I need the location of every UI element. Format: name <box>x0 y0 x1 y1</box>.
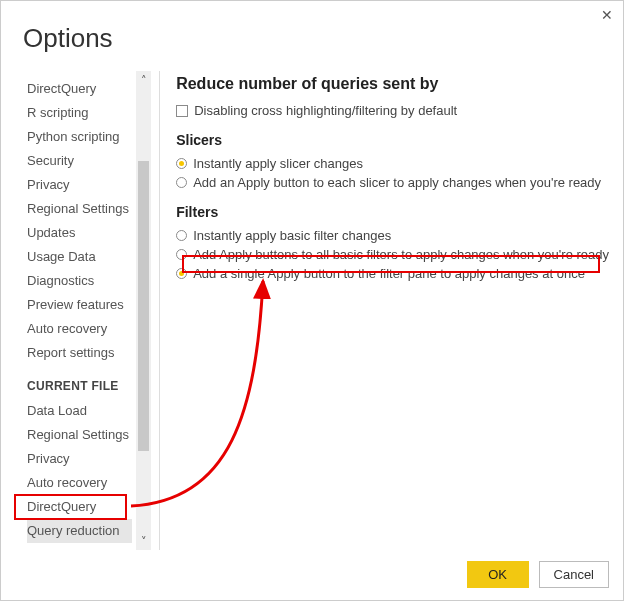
sidebar-item-r-scripting[interactable]: R scripting <box>27 101 132 125</box>
sidebar-item-auto-recovery[interactable]: Auto recovery <box>27 317 132 341</box>
sidebar-item-cf-auto-recovery[interactable]: Auto recovery <box>27 471 132 495</box>
options-dialog: ✕ Options DirectQuery R scripting Python… <box>0 0 624 601</box>
radio-slicer-instant[interactable]: Instantly apply slicer changes <box>176 154 609 173</box>
checkbox-icon <box>176 105 188 117</box>
radio-filter-single-apply[interactable]: Add a single Apply button to the filter … <box>176 264 609 283</box>
cancel-button[interactable]: Cancel <box>539 561 609 588</box>
radio-slicer-apply-button[interactable]: Add an Apply button to each slicer to ap… <box>176 173 609 192</box>
sidebar-item-report-settings[interactable]: Report settings <box>27 341 132 365</box>
sidebar-item-privacy[interactable]: Privacy <box>27 173 132 197</box>
sidebar-scrollbar[interactable]: ˄ ˅ <box>136 71 151 550</box>
slicers-heading: Slicers <box>176 132 609 148</box>
sidebar-item-security[interactable]: Security <box>27 149 132 173</box>
ok-button[interactable]: OK <box>467 561 529 588</box>
radio-icon <box>176 268 187 279</box>
scroll-thumb[interactable] <box>138 161 149 451</box>
radio-label: Add Apply buttons to all basic filters t… <box>193 247 609 262</box>
sidebar-item-updates[interactable]: Updates <box>27 221 132 245</box>
radio-label: Add a single Apply button to the filter … <box>193 266 585 281</box>
close-icon[interactable]: ✕ <box>601 7 613 23</box>
sidebar-item-regional-settings[interactable]: Regional Settings <box>27 197 132 221</box>
sidebar-item-diagnostics[interactable]: Diagnostics <box>27 269 132 293</box>
radio-label: Instantly apply basic filter changes <box>193 228 391 243</box>
sidebar-item-cf-query-reduction[interactable]: Query reduction <box>27 519 132 543</box>
sidebar-item-preview-features[interactable]: Preview features <box>27 293 132 317</box>
scroll-up-icon[interactable]: ˄ <box>136 73 151 87</box>
sidebar-item-directquery[interactable]: DirectQuery <box>27 77 132 101</box>
sidebar: DirectQuery R scripting Python scripting… <box>9 71 151 550</box>
dialog-buttons: OK Cancel <box>467 561 609 588</box>
scroll-down-icon[interactable]: ˅ <box>136 534 151 548</box>
sidebar-item-cf-regional-settings[interactable]: Regional Settings <box>27 423 132 447</box>
sidebar-list: DirectQuery R scripting Python scripting… <box>9 71 136 550</box>
vertical-divider <box>159 71 160 550</box>
filters-heading: Filters <box>176 204 609 220</box>
dialog-title: Options <box>23 23 113 54</box>
dialog-body: DirectQuery R scripting Python scripting… <box>9 71 615 550</box>
radio-label: Add an Apply button to each slicer to ap… <box>193 175 601 190</box>
radio-icon <box>176 230 187 241</box>
radio-icon <box>176 158 187 169</box>
sidebar-item-python-scripting[interactable]: Python scripting <box>27 125 132 149</box>
radio-label: Instantly apply slicer changes <box>193 156 363 171</box>
sidebar-item-cf-data-load[interactable]: Data Load <box>27 399 132 423</box>
sidebar-section-current-file: CURRENT FILE <box>27 365 132 399</box>
checkbox-label: Disabling cross highlighting/filtering b… <box>194 103 457 118</box>
checkbox-disable-cross[interactable]: Disabling cross highlighting/filtering b… <box>176 101 609 120</box>
radio-filter-apply-each[interactable]: Add Apply buttons to all basic filters t… <box>176 245 609 264</box>
main-heading: Reduce number of queries sent by <box>176 75 609 93</box>
sidebar-item-cf-report-settings[interactable]: Report settings <box>27 543 132 550</box>
sidebar-item-cf-directquery[interactable]: DirectQuery <box>27 495 132 519</box>
sidebar-item-usage-data[interactable]: Usage Data <box>27 245 132 269</box>
sidebar-item-cf-privacy[interactable]: Privacy <box>27 447 132 471</box>
radio-filter-instant[interactable]: Instantly apply basic filter changes <box>176 226 609 245</box>
main-panel: Reduce number of queries sent by Disabli… <box>170 71 615 550</box>
radio-icon <box>176 249 187 260</box>
radio-icon <box>176 177 187 188</box>
